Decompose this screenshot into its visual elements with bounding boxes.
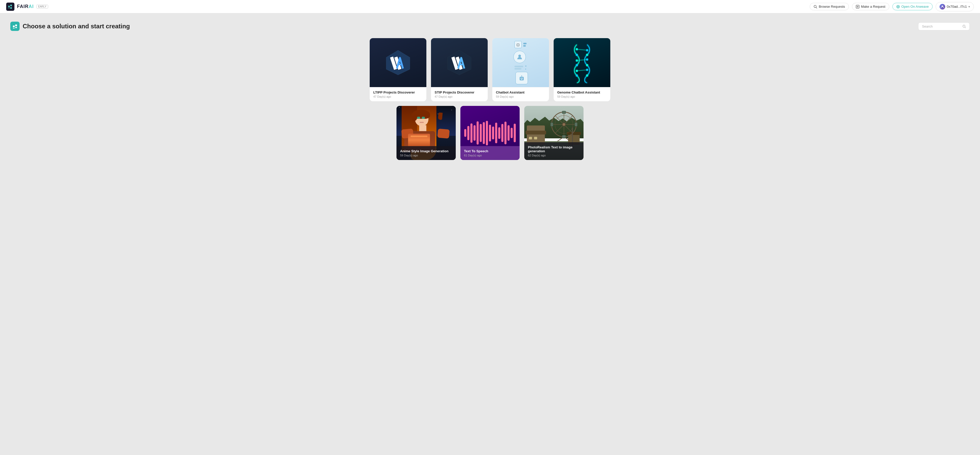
page-header-icon [10, 22, 19, 31]
waveform-bar [511, 128, 513, 138]
card-photo-time: 62 Day(s) ago [528, 154, 580, 157]
card-anime-time: 59 Day(s) ago [400, 154, 452, 157]
card-stip[interactable]: STIP Projects Discoverer 47 Day(s) ago [431, 38, 488, 101]
search-box[interactable] [918, 22, 970, 30]
stip-arbitrum-logo [445, 48, 474, 77]
svg-rect-23 [520, 77, 524, 80]
svg-rect-59 [575, 123, 578, 126]
svg-rect-3 [8, 8, 10, 8]
svg-point-40 [586, 59, 588, 60]
card-photo-info: PhotoRealism Text to image generation 62… [524, 142, 584, 160]
card-photo-image: PhotoRealism Text to image generation 62… [524, 106, 584, 160]
svg-point-35 [576, 48, 578, 50]
svg-line-17 [965, 27, 966, 28]
waveform-bar [483, 122, 485, 144]
ltipp-background [370, 38, 426, 87]
svg-rect-58 [550, 123, 553, 126]
svg-rect-13 [15, 24, 17, 26]
svg-point-39 [576, 59, 578, 62]
page-header: Choose a solution and start creating [10, 22, 970, 31]
wallet-button[interactable]: 0x70ad...f7c1 ▾ [936, 2, 974, 11]
search-input[interactable] [922, 24, 961, 28]
card-ltipp-title: LTIPP Projects Discoverer [373, 91, 423, 94]
search-icon [963, 24, 966, 28]
cards-row-2: Anime Style Image Generation 59 Day(s) a… [10, 106, 970, 160]
chevron-down-icon: ▾ [969, 5, 970, 8]
waveform-bar [486, 121, 488, 145]
waveform-bar [477, 121, 479, 145]
card-genome-image [554, 38, 610, 87]
ferris-wheel-svg [550, 110, 581, 141]
chatbot-illustration: ◻ [509, 38, 532, 87]
svg-point-38 [586, 54, 588, 56]
card-stip-title: STIP Projects Discoverer [434, 91, 484, 94]
waveform-bar [498, 127, 500, 139]
card-chatbot-time: 59 Day(s) ago [496, 95, 546, 98]
genome-background [554, 38, 610, 87]
svg-rect-2 [10, 7, 12, 9]
arbitrum-logo [384, 48, 412, 77]
card-chatbot-info: Chatbot Assistant 59 Day(s) ago [492, 87, 549, 101]
svg-rect-1 [10, 5, 12, 6]
card-tts[interactable]: Text To Speech 61 Day(s) ago [460, 106, 520, 160]
waveform-bar [471, 123, 473, 143]
svg-rect-26 [521, 79, 522, 80]
navbar-left: FAIRAI EARLY [6, 3, 48, 11]
navbar-right: Browse Requests Make a Request Open On A… [810, 2, 974, 11]
waveform-bar [464, 129, 466, 137]
wallet-avatar [940, 4, 945, 10]
svg-rect-24 [521, 78, 522, 79]
dna-svg [562, 42, 603, 83]
waveform-bar [489, 125, 491, 142]
svg-point-41 [576, 64, 578, 66]
svg-point-37 [576, 54, 578, 56]
open-arweave-button[interactable]: Open On Arweave [892, 3, 932, 10]
card-stip-image [431, 38, 488, 87]
card-genome-time: 59 Day(s) ago [557, 95, 607, 98]
svg-point-9 [897, 5, 899, 8]
card-anime-title: Anime Style Image Generation [400, 149, 452, 153]
card-ltipp[interactable]: LTIPP Projects Discoverer 47 Day(s) ago [370, 38, 426, 101]
page-title: Choose a solution and start creating [23, 23, 130, 30]
card-chatbot-title: Chatbot Assistant [496, 91, 546, 94]
waveform-bar [508, 125, 509, 141]
svg-point-42 [586, 64, 588, 66]
svg-rect-25 [522, 78, 523, 79]
make-request-icon [856, 5, 859, 8]
card-photo[interactable]: PhotoRealism Text to image generation 62… [524, 106, 584, 160]
card-anime-image: Anime Style Image Generation 59 Day(s) a… [396, 106, 456, 160]
page-header-left: Choose a solution and start creating [10, 22, 130, 31]
card-anime[interactable]: Anime Style Image Generation 59 Day(s) a… [396, 106, 456, 160]
waveform-bar [514, 124, 516, 142]
cards-row-1: LTIPP Projects Discoverer 47 Day(s) ago [10, 38, 970, 101]
svg-rect-0 [8, 6, 10, 7]
waveform-bar [501, 124, 503, 142]
main-content: Choose a solution and start creating [0, 13, 980, 168]
svg-point-45 [576, 75, 578, 76]
card-stip-time: 47 Day(s) ago [434, 95, 484, 98]
waveform [464, 120, 516, 146]
waveform-bar [474, 125, 476, 141]
svg-point-22 [518, 55, 521, 57]
svg-point-46 [586, 75, 588, 76]
chatbot-background: ◻ [492, 38, 549, 87]
svg-line-33 [578, 70, 587, 71]
logo-wordmark: FAIRAI [17, 4, 34, 9]
svg-rect-57 [562, 135, 566, 138]
waveform-bar [480, 124, 482, 142]
card-chatbot-image: ◻ [492, 38, 549, 87]
svg-point-43 [576, 70, 578, 72]
card-tts-info: Text To Speech 61 Day(s) ago [460, 146, 520, 160]
svg-rect-15 [13, 28, 15, 29]
browse-requests-button[interactable]: Browse Requests [810, 3, 849, 10]
card-genome[interactable]: Genome Chatbot Assistant 59 Day(s) ago [554, 38, 610, 101]
waveform-bar [492, 127, 494, 139]
svg-point-10 [897, 6, 899, 7]
waveform-bar [504, 122, 506, 144]
card-chatbot[interactable]: ◻ [492, 38, 549, 101]
svg-point-44 [586, 69, 588, 71]
card-tts-title: Text To Speech [464, 149, 516, 153]
stip-background [431, 38, 488, 87]
make-request-button[interactable]: Make a Request [852, 3, 889, 10]
svg-point-55 [562, 123, 565, 126]
